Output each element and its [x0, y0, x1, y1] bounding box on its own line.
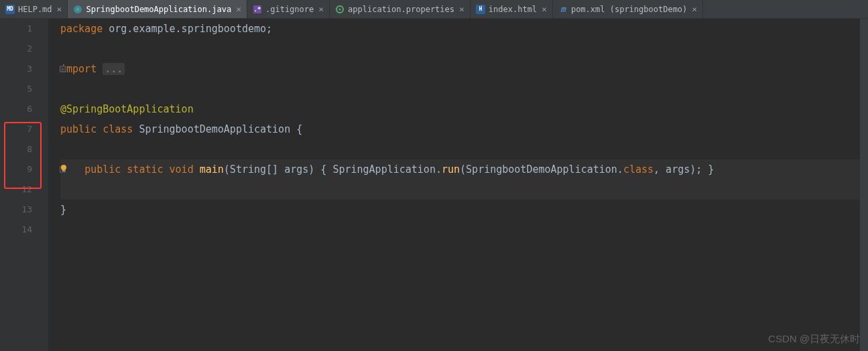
fold-icon[interactable]: +: [60, 66, 66, 72]
folded-region[interactable]: ...: [103, 63, 125, 75]
svg-point-6: [61, 165, 66, 170]
tab-label: pom.xml (springbootDemo): [571, 5, 687, 14]
line-number: 8: [0, 139, 32, 159]
vertical-scrollbar[interactable]: [860, 19, 868, 351]
maven-file-icon: m: [558, 5, 568, 14]
gitignore-file-icon: .*: [253, 5, 262, 14]
gutter: 1 2 3 5 6 7 8 9 12 13 14: [0, 19, 48, 351]
code-line: @SpringBootApplication: [60, 99, 868, 119]
code-line: [60, 180, 868, 200]
code-line: [60, 79, 868, 99]
tab-label: .gitignore: [265, 5, 314, 14]
line-number: 13: [0, 200, 32, 220]
svg-point-1: [76, 7, 79, 10]
line-number: 7: [0, 119, 32, 139]
editor-tabs: MD HELP.md × SpringbootDemoApplication.j…: [0, 0, 868, 19]
close-icon[interactable]: ×: [56, 4, 62, 14]
line-number: 3: [0, 59, 32, 79]
svg-text:.*: .*: [254, 6, 261, 13]
code-line: [60, 139, 868, 159]
code-line: [60, 39, 868, 59]
tab-springbootdemoapplication[interactable]: SpringbootDemoApplication.java ×: [68, 0, 247, 18]
tab-gitignore[interactable]: .* .gitignore ×: [247, 0, 330, 18]
intention-bulb-icon[interactable]: [59, 159, 68, 180]
tab-label: SpringbootDemoApplication.java: [86, 5, 231, 14]
line-number: 2: [0, 39, 32, 59]
line-number: 5: [0, 79, 32, 99]
code-line: }: [60, 200, 868, 220]
code-line: [60, 220, 868, 240]
line-number: 12: [0, 180, 32, 200]
svg-point-5: [339, 8, 341, 10]
line-number: 1: [0, 19, 32, 39]
tab-help-md[interactable]: MD HELP.md ×: [0, 0, 68, 18]
code-line: package org.example.springbootdemo;: [60, 19, 868, 39]
line-number: 14: [0, 220, 32, 240]
java-class-icon: [73, 5, 82, 14]
close-icon[interactable]: ×: [458, 4, 464, 14]
code-editor: 1 2 3 5 6 7 8 9 12 13 14 package org.exa…: [0, 19, 868, 351]
tab-label: HELP.md: [18, 5, 52, 14]
svg-rect-7: [62, 170, 65, 171]
close-icon[interactable]: ×: [540, 4, 547, 14]
code-line: +import ...: [60, 59, 868, 79]
code-line: + public static void main(String[] args)…: [60, 159, 868, 180]
tab-pom-xml[interactable]: m pom.xml (springbootDemo) ×: [553, 0, 703, 18]
html-file-icon: H: [476, 5, 485, 14]
line-number: 9: [0, 159, 32, 180]
close-icon[interactable]: ×: [690, 4, 697, 14]
tab-label: index.html: [489, 5, 537, 14]
code-line: public class SpringbootDemoApplication {: [60, 119, 868, 139]
tab-index-html[interactable]: H index.html ×: [471, 0, 553, 18]
close-icon[interactable]: ×: [317, 4, 324, 14]
tab-application-properties[interactable]: application.properties ×: [330, 0, 471, 18]
watermark-text: CSDN @日夜无休时: [768, 333, 860, 346]
code-area[interactable]: package org.example.springbootdemo; +imp…: [48, 19, 868, 351]
properties-file-icon: [335, 5, 345, 14]
tab-label: application.properties: [348, 5, 454, 14]
markdown-file-icon: MD: [5, 5, 15, 14]
line-number: 6: [0, 99, 32, 119]
close-icon[interactable]: ×: [235, 4, 241, 14]
